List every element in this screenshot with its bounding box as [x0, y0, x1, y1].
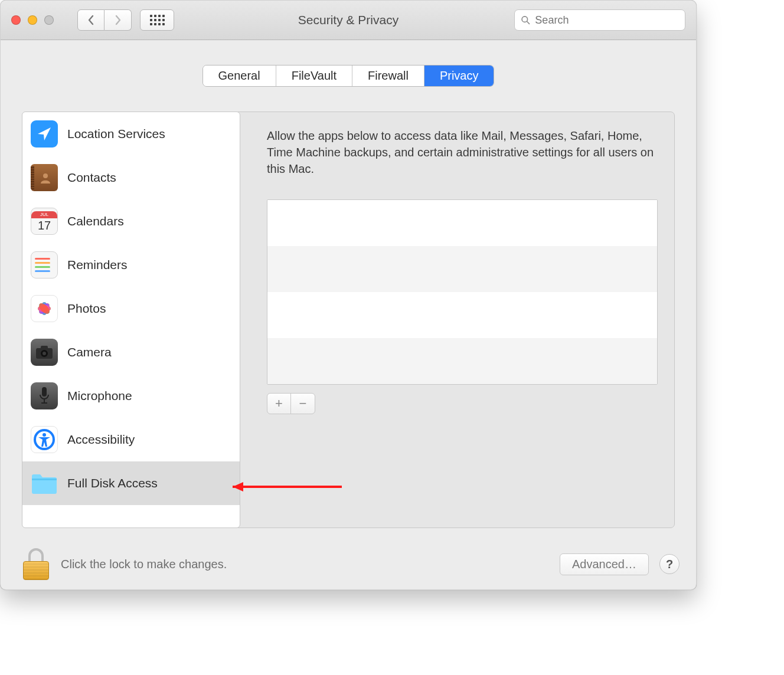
camera-icon: [31, 339, 58, 366]
svg-line-1: [527, 21, 529, 24]
privacy-category-list[interactable]: Location Services Contacts JUL 17 Calend…: [22, 112, 240, 528]
sidebar-item-contacts[interactable]: Contacts: [22, 156, 240, 199]
chevron-left-icon: [87, 15, 95, 25]
sidebar-item-calendars[interactable]: JUL 17 Calendars: [22, 199, 240, 243]
list-row-empty: [267, 292, 657, 338]
zoom-window-button[interactable]: [44, 15, 54, 25]
footer: Click the lock to make changes. Advanced…: [1, 539, 696, 589]
photos-icon: [31, 295, 58, 322]
search-input[interactable]: [535, 14, 679, 27]
sidebar-item-full-disk-access[interactable]: Full Disk Access: [22, 461, 240, 505]
advanced-button[interactable]: Advanced…: [560, 553, 649, 575]
svg-point-2: [43, 173, 48, 178]
svg-rect-15: [42, 387, 47, 397]
preferences-window: Security & Privacy General FileVault Fir…: [0, 0, 697, 590]
allowed-apps-list[interactable]: [267, 199, 658, 385]
tab-strip: General FileVault Firewall Privacy: [1, 65, 696, 87]
sidebar-item-label: Contacts: [67, 171, 116, 185]
sidebar-item-label: Accessibility: [67, 432, 135, 447]
list-row-empty: [267, 338, 657, 384]
help-button[interactable]: ?: [659, 554, 680, 574]
detail-description: Allow the apps below to access data like…: [267, 127, 658, 177]
forward-button[interactable]: [104, 9, 132, 31]
calendar-icon: JUL 17: [31, 208, 58, 235]
list-row-empty: [267, 200, 657, 246]
accessibility-icon: [31, 426, 58, 453]
sidebar-item-label: Reminders: [67, 258, 128, 272]
traffic-lights: [11, 15, 54, 25]
sidebar-item-photos[interactable]: Photos: [22, 287, 240, 330]
sidebar-item-label: Microphone: [67, 389, 132, 403]
reminders-icon: [31, 251, 58, 278]
sidebar-item-label: Photos: [67, 302, 106, 316]
lock-icon-body: [23, 561, 49, 580]
sidebar-item-label: Calendars: [67, 214, 124, 228]
chevron-right-icon: [114, 15, 122, 25]
detail-pane: Allow the apps below to access data like…: [250, 112, 674, 527]
nav-buttons: [77, 9, 132, 31]
svg-point-14: [43, 352, 46, 355]
sidebar-item-reminders[interactable]: Reminders: [22, 243, 240, 287]
sidebar-item-accessibility[interactable]: Accessibility: [22, 418, 240, 461]
sidebar-item-location-services[interactable]: Location Services: [22, 112, 240, 156]
sidebar-item-microphone[interactable]: Microphone: [22, 374, 240, 418]
sidebar-item-label: Full Disk Access: [67, 476, 158, 490]
add-app-button[interactable]: +: [267, 394, 291, 414]
back-button[interactable]: [77, 9, 104, 31]
show-all-prefs-button[interactable]: [140, 9, 174, 31]
microphone-icon: [31, 382, 58, 409]
tab-privacy[interactable]: Privacy: [424, 65, 494, 86]
remove-app-button[interactable]: −: [291, 394, 315, 414]
search-field[interactable]: [514, 9, 685, 31]
lock-button[interactable]: [23, 548, 49, 580]
sidebar-item-camera[interactable]: Camera: [22, 330, 240, 374]
titlebar: Security & Privacy: [1, 1, 696, 40]
sidebar-item-label: Location Services: [67, 127, 165, 141]
minimize-window-button[interactable]: [28, 15, 37, 25]
close-window-button[interactable]: [11, 15, 21, 25]
contacts-icon: [31, 164, 58, 191]
tab-general[interactable]: General: [203, 65, 276, 86]
lock-hint-text: Click the lock to make changes.: [61, 558, 227, 571]
add-remove-control: + −: [267, 393, 315, 414]
svg-rect-12: [41, 346, 48, 349]
search-icon: [521, 15, 530, 25]
folder-icon: [31, 470, 58, 497]
sidebar-item-label: Camera: [67, 345, 112, 359]
grid-icon: [150, 15, 165, 25]
tab-firewall[interactable]: Firewall: [352, 65, 424, 86]
tab-filevault[interactable]: FileVault: [276, 65, 352, 86]
svg-rect-21: [32, 479, 57, 480]
privacy-panel: Location Services Contacts JUL 17 Calend…: [22, 112, 675, 528]
svg-point-20: [43, 433, 46, 437]
location-icon: [31, 120, 58, 148]
list-row-empty: [267, 246, 657, 292]
